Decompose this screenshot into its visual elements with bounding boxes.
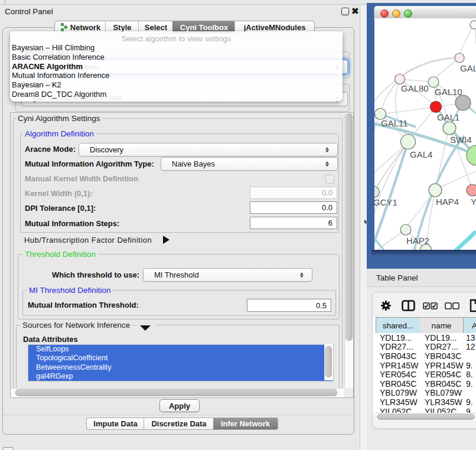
mi-algorithm-type-combobox[interactable]: Naive Bayes bbox=[161, 157, 338, 171]
table-row[interactable]: YDR27... YDR27... 12 bbox=[373, 343, 476, 352]
which-threshold-label: Which threshold to use: bbox=[21, 270, 139, 279]
table-panel-title: Table Panel bbox=[376, 273, 418, 282]
column-header-third[interactable]: A bbox=[464, 317, 476, 334]
network-node[interactable] bbox=[443, 122, 456, 135]
tab-infer-network[interactable]: Infer Network bbox=[213, 418, 278, 430]
unselect-all-checkboxes-icon[interactable] bbox=[445, 302, 459, 309]
table-row[interactable]: YPR145W YPR145W 9. bbox=[373, 361, 476, 370]
table-row[interactable]: YLR345W YLR345W 9. bbox=[373, 397, 476, 407]
apply-button[interactable]: Apply bbox=[159, 399, 200, 412]
mi-steps-label: Mutual Information Steps: bbox=[25, 219, 119, 228]
which-threshold-combobox[interactable]: MI Threshold bbox=[143, 268, 312, 282]
table-hscrollbar-thumb[interactable] bbox=[377, 414, 475, 420]
dpi-tolerance-input[interactable]: 0.0 bbox=[250, 201, 337, 214]
network-node[interactable] bbox=[467, 184, 476, 196]
apply-button-label: Apply bbox=[169, 402, 190, 410]
cell-shared-name: YIL052C bbox=[373, 407, 420, 413]
mi-threshold-input[interactable]: 0.5 bbox=[247, 299, 331, 312]
table-row[interactable]: YER054C YER054C 8. bbox=[373, 370, 476, 379]
network-window-titlebar[interactable] bbox=[374, 6, 476, 19]
cell-value: 9. bbox=[464, 379, 476, 389]
aracne-mode-combobox[interactable]: Discovery bbox=[79, 143, 338, 156]
mi-algorithm-type-label: Mutual Information Algorithm Type: bbox=[25, 159, 154, 168]
zoom-traffic-light-icon[interactable] bbox=[404, 9, 412, 18]
cyni-algorithm-settings-title: Cyni Algorithm Settings bbox=[16, 114, 102, 123]
table-row[interactable]: YBR045C YBR045C 9. bbox=[373, 379, 476, 389]
combo-arrows-icon bbox=[325, 161, 329, 167]
list-item[interactable]: TopologicalCoefficient bbox=[28, 354, 333, 363]
table-row[interactable]: YDL19... YDL19... 13 bbox=[373, 333, 476, 343]
network-node[interactable] bbox=[429, 184, 442, 197]
cell-name: YPR145W bbox=[420, 361, 464, 370]
network-node[interactable] bbox=[470, 21, 476, 29]
cell-value bbox=[464, 351, 476, 361]
list-item[interactable]: SelfLoops bbox=[28, 345, 333, 354]
kernel-width-input[interactable]: 0.0 bbox=[250, 187, 337, 199]
columns-icon[interactable] bbox=[402, 300, 415, 311]
close-icon[interactable]: ✖ bbox=[351, 6, 359, 17]
select-all-checkboxes-icon[interactable] bbox=[423, 302, 438, 309]
network-node[interactable] bbox=[374, 187, 380, 198]
gear-icon[interactable] bbox=[381, 301, 391, 311]
network-node[interactable] bbox=[401, 135, 416, 149]
cell-name: YBL079W bbox=[420, 389, 464, 398]
algorithm-option[interactable]: Bayesian – K2 bbox=[12, 80, 61, 89]
network-edge[interactable] bbox=[452, 231, 476, 250]
algorithm-option[interactable]: Mutual Information Inference bbox=[12, 71, 109, 80]
dpi-tolerance-value: 0.0 bbox=[322, 203, 332, 212]
list-vscrollbar-thumb[interactable] bbox=[325, 346, 332, 377]
mi-threshold-value: 0.5 bbox=[316, 301, 327, 310]
network-view-canvas[interactable]: GAL2GAL80GAL10GAL1GAL11SWI4GAL4GCY1HAP4Y… bbox=[374, 18, 476, 250]
mi-threshold-label: Mutual Information Threshold: bbox=[28, 301, 139, 309]
float-window-icon[interactable] bbox=[341, 8, 349, 15]
cell-shared-name: YBR045C bbox=[373, 379, 420, 389]
tab-discretize-data[interactable]: Discretize Data bbox=[144, 418, 214, 430]
table-row[interactable]: YIL052C YIL052C 9. bbox=[373, 407, 476, 413]
document-icon[interactable] bbox=[470, 299, 476, 312]
main-toolbar-strip bbox=[0, 0, 367, 5]
table-row[interactable]: YBR043C YBR043C bbox=[373, 351, 476, 361]
list-item[interactable]: BetweennessCentrality bbox=[28, 363, 333, 372]
tab-impute-data-label: Impute Data bbox=[93, 419, 137, 428]
toolbar-divider bbox=[5, 0, 5, 4]
control-panel-title: Control Panel bbox=[5, 7, 53, 16]
bottom-toolbar-button[interactable] bbox=[3, 447, 14, 450]
tab-select-label: Select bbox=[145, 23, 167, 32]
network-node[interactable] bbox=[431, 102, 442, 113]
network-node[interactable] bbox=[400, 224, 411, 235]
mi-steps-value: 6 bbox=[328, 219, 332, 227]
settings-hscrollbar-thumb[interactable] bbox=[15, 389, 337, 396]
manual-kernel-width-checkbox[interactable] bbox=[325, 175, 334, 184]
data-attributes-list[interactable]: SelfLoops TopologicalCoefficient Between… bbox=[28, 344, 334, 381]
network-node[interactable] bbox=[395, 74, 405, 84]
cell-value: 9. bbox=[464, 407, 476, 413]
network-node[interactable] bbox=[455, 53, 464, 63]
minimize-traffic-light-icon[interactable] bbox=[392, 9, 400, 18]
sources-collapse-arrow-icon[interactable] bbox=[140, 325, 151, 331]
network-edge[interactable] bbox=[380, 107, 430, 114]
kernel-width-value: 0.0 bbox=[322, 188, 332, 197]
aracne-mode-label: Aracne Mode: bbox=[25, 145, 76, 154]
network-edge[interactable] bbox=[374, 58, 459, 105]
column-header-name[interactable]: name bbox=[420, 317, 464, 334]
column-header-shared-name[interactable]: shared... bbox=[376, 317, 420, 334]
table-row[interactable]: YBL079W YBL079W bbox=[373, 389, 476, 398]
mi-steps-input[interactable]: 6 bbox=[250, 217, 337, 229]
settings-vscrollbar-thumb[interactable] bbox=[345, 113, 353, 341]
network-node[interactable] bbox=[455, 95, 471, 110]
algorithm-option[interactable]: Basic Correlation Inference bbox=[12, 53, 105, 61]
hub-expand-arrow-icon[interactable] bbox=[163, 236, 169, 244]
window-shadow bbox=[371, 250, 476, 256]
algorithm-option[interactable]: Bayesian – Hill Climbing bbox=[12, 43, 94, 52]
network-edge[interactable] bbox=[402, 58, 459, 76]
list-item[interactable]: gal4RGexp bbox=[28, 372, 333, 381]
cell-value: 9. bbox=[464, 397, 476, 407]
close-traffic-light-icon[interactable] bbox=[380, 9, 389, 18]
cell-value: 8. bbox=[464, 370, 476, 379]
algorithm-option-selected[interactable]: ARACNE Algorithm bbox=[12, 62, 83, 71]
network-node[interactable] bbox=[428, 77, 439, 87]
network-edge[interactable] bbox=[460, 25, 474, 53]
cell-shared-name: YDL19... bbox=[373, 333, 420, 343]
algorithm-option[interactable]: Dream8 DC_TDC Algorithm bbox=[12, 90, 106, 99]
tab-impute-data[interactable]: Impute Data bbox=[86, 418, 144, 430]
